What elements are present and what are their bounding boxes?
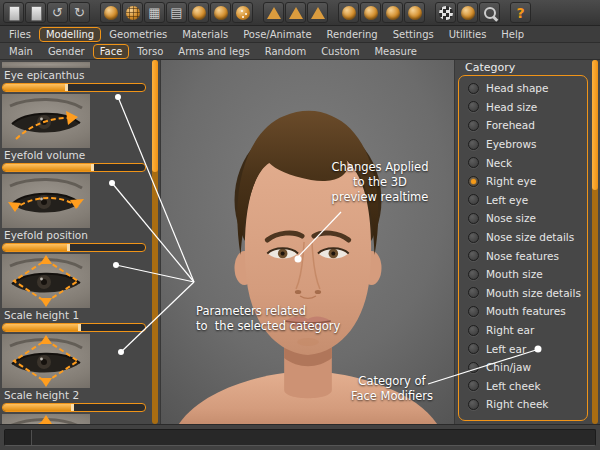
smooth-shaded-button[interactable] [100,2,121,23]
pose-button[interactable] [210,2,231,23]
radio-dot [471,253,476,258]
modifier-slider-fill [3,324,81,331]
skeleton-button[interactable]: ▦ [144,2,165,23]
grid-button[interactable]: ▤ [166,2,187,23]
reset-view-icon [364,6,378,20]
category-item-left-eye[interactable]: Left eye [459,191,587,210]
photo-view-button[interactable] [457,2,478,23]
rotate-left-view-icon [342,6,356,20]
symmetry-right-button[interactable] [307,2,328,23]
top-view-button[interactable] [404,2,425,23]
tab-random[interactable]: Random [258,44,313,59]
category-item-nose-features[interactable]: Nose features [459,246,587,265]
reset-view-button[interactable] [360,2,381,23]
face-model-render [161,60,454,424]
zoom-icon [482,5,498,21]
tab-arms-and-legs[interactable]: Arms and legs [171,44,256,59]
category-item-label: Nose size details [486,231,574,243]
modifier-scrollbar[interactable] [152,60,158,424]
tab-rendering[interactable]: Rendering [320,27,385,42]
load-file-button[interactable] [25,2,46,23]
tab-custom[interactable]: Custom [314,44,366,59]
category-item-left-cheek[interactable]: Left cheek [459,377,587,396]
modifier-label-eye-epicanthus: Eye epicanthus [4,69,150,82]
modifier-slider-scale-height-2[interactable] [2,403,146,412]
radio-dot [471,160,476,165]
symmetry-left-button[interactable] [263,2,284,23]
category-item-nose-size-details[interactable]: Nose size details [459,228,587,247]
modifier-label-scale-height-2: Scale height 2 [4,389,150,402]
tab-settings[interactable]: Settings [386,27,441,42]
wireframe-button[interactable] [122,2,143,23]
category-item-nose-size[interactable]: Nose size [459,209,587,228]
photo-view-icon [461,6,475,20]
category-item-forehead[interactable]: Forehead [459,116,587,135]
tab-measure[interactable]: Measure [367,44,424,59]
radio-dot [471,346,476,351]
zoom-button[interactable] [479,2,500,23]
category-item-right-ear[interactable]: Right ear [459,321,587,340]
category-item-mouth-size-details[interactable]: Mouth size details [459,284,587,303]
tab-torso[interactable]: Torso [130,44,170,59]
radio-dot [471,142,476,147]
symmetry-button[interactable] [285,2,306,23]
new-file-button[interactable] [3,2,24,23]
tab-materials[interactable]: Materials [175,27,235,42]
category-scrollbar-thumb[interactable] [592,60,598,190]
tab-face[interactable]: Face [93,44,130,59]
category-item-left-ear[interactable]: Left ear [459,339,587,358]
redo-button[interactable]: ↻ [69,2,90,23]
category-item-label: Eyebrows [486,138,537,150]
tab-files[interactable]: Files [2,27,38,42]
tab-pose-animate[interactable]: Pose/Animate [236,27,318,42]
tab-gender[interactable]: Gender [41,44,92,59]
category-item-mouth-features[interactable]: Mouth features [459,302,587,321]
category-item-label: Nose size [486,212,536,224]
radio-icon [468,306,479,317]
category-item-label: Head size [486,101,537,113]
tab-main[interactable]: Main [2,44,40,59]
modifier-slider-scale-height-1[interactable] [2,323,146,332]
menu-row-1: FilesModellingGeometriesMaterialsPose/An… [0,26,600,43]
background-texture-button[interactable] [435,2,456,23]
rotate-left-view-button[interactable] [338,2,359,23]
help-button[interactable]: ? [510,2,531,23]
modifier-scrollbar-thumb[interactable] [152,60,158,172]
tab-utilities[interactable]: Utilities [442,27,494,42]
category-item-head-size[interactable]: Head size [459,98,587,117]
symmetry-icon [289,7,303,19]
category-panel-title: Category [465,61,515,74]
radio-dot [471,328,476,333]
category-item-chin-jaw[interactable]: Chin/jaw [459,358,587,377]
modifier-slider-fill [3,404,74,411]
undo-icon: ↺ [50,5,66,21]
category-scrollbar[interactable] [592,60,598,424]
category-item-mouth-size[interactable]: Mouth size [459,265,587,284]
material-button[interactable] [232,2,253,23]
modifier-slider-eyefold-volume[interactable] [2,163,146,172]
category-item-label: Right ear [486,324,534,336]
undo-button[interactable]: ↺ [47,2,68,23]
tab-help[interactable]: Help [494,27,531,42]
tab-modelling[interactable]: Modelling [39,27,101,42]
rotate-right-view-button[interactable] [382,2,403,23]
category-item-label: Chin/jaw [486,361,531,373]
modifier-label-eyefold-position: Eyefold position [4,229,150,242]
category-item-head-shape[interactable]: Head shape [459,79,587,98]
category-item-right-cheek[interactable]: Right cheek [459,395,587,414]
category-item-right-eye[interactable]: Right eye [459,172,587,191]
modifier-slider-eye-epicanthus[interactable] [2,83,146,92]
material-icon [236,6,250,20]
modifier-slider-eyefold-position[interactable] [2,243,146,252]
status-bar [0,424,600,450]
modifier-slider-fill [3,164,94,171]
radio-dot [471,290,476,295]
tab-geometries[interactable]: Geometries [102,27,174,42]
help-icon: ? [513,5,529,21]
viewport-3d[interactable] [160,60,455,424]
menu-row-2: MainGenderFaceTorsoArms and legsRandomCu… [0,43,600,60]
radio-dot [471,402,476,407]
subdivide-button[interactable] [188,2,209,23]
category-item-neck[interactable]: Neck [459,153,587,172]
category-item-eyebrows[interactable]: Eyebrows [459,135,587,154]
